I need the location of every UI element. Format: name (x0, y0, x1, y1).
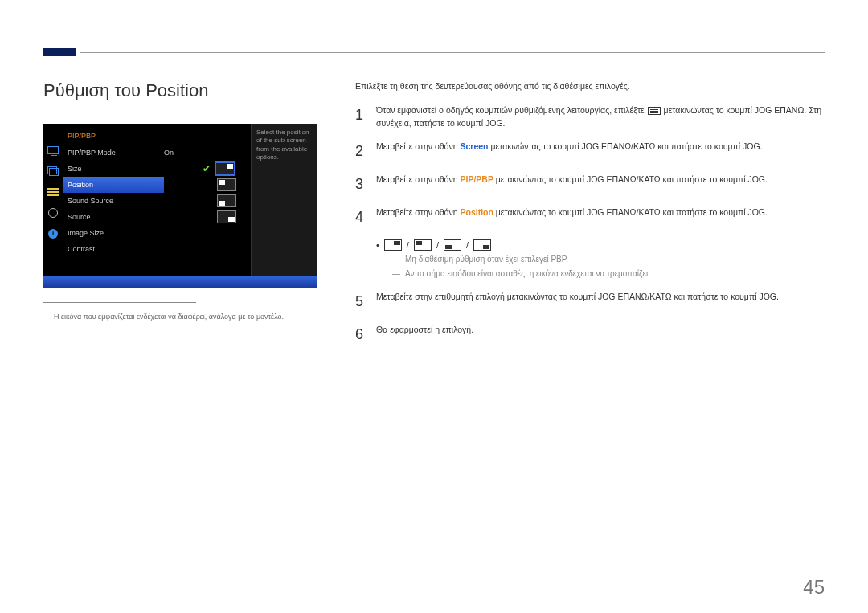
step-body: Μεταβείτε στην οθόνη PIP/PBP μετακινώντα… (376, 174, 768, 195)
osd-item-label: Source (68, 213, 91, 221)
osd-item-source[interactable]: Source (68, 209, 164, 225)
step-number: 1 (355, 104, 366, 130)
osd-item-label: Sound Source (68, 197, 113, 205)
intro-text: Επιλέξτε τη θέση της δευτερεύουσας οθόνη… (355, 80, 825, 93)
position-option-bottom-left[interactable] (217, 194, 236, 207)
page-title: Ρύθμιση του Position (43, 80, 317, 101)
step-3: 3 Μεταβείτε στην οθόνη PIP/PBP μετακινών… (355, 174, 825, 195)
osd-item-position[interactable]: Position (63, 177, 164, 193)
step-5: 5 Μεταβείτε στην επιθυμητή επιλογή μετακ… (355, 291, 825, 313)
osd-bottom-bar (43, 276, 317, 288)
position-option-bottom-right[interactable] (217, 210, 236, 223)
left-footnote: ― Η εικόνα που εμφανίζεται ενδέχεται να … (43, 313, 317, 321)
step-text: Μεταβείτε στην οθόνη (376, 174, 460, 184)
osd-tab-screen-icon[interactable] (46, 166, 60, 177)
step-text: Όταν εμφανιστεί ο οδηγός κουμπιών ρυθμιζ… (376, 105, 647, 115)
step-number: 4 (355, 206, 366, 228)
osd-tab-picture-icon[interactable] (46, 145, 60, 156)
highlight-position: Position (460, 207, 493, 217)
osd-item-label: Position (68, 181, 93, 189)
footnote-rule (43, 302, 196, 303)
osd-position-thumbs: ✔ (203, 124, 251, 288)
dash-icon: ― (392, 254, 400, 265)
pos-icon-bottom-right (473, 239, 491, 251)
osd-item-image-size[interactable]: Image Size (68, 225, 164, 241)
subnote-text: Μη διαθέσιμη ρύθμιση όταν έχει επιλεγεί … (405, 254, 568, 265)
subnote-1: ― Μη διαθέσιμη ρύθμιση όταν έχει επιλεγε… (392, 254, 825, 265)
step-body: Όταν εμφανιστεί ο οδηγός κουμπιών ρυθμιζ… (376, 104, 825, 130)
osd-values: On (164, 124, 203, 288)
step-number: 3 (355, 174, 366, 195)
pos-icon-top-left (414, 239, 432, 251)
subnote-2: ― Αν το σήμα εισόδου είναι ασταθές, η ει… (392, 268, 825, 280)
osd-sidebar: i (43, 124, 63, 288)
step-6: 6 Θα εφαρμοστεί η επιλογή. (355, 324, 825, 345)
step-number: 6 (355, 324, 366, 345)
step-1: 1 Όταν εμφανιστεί ο οδηγός κουμπιών ρυθμ… (355, 104, 825, 130)
osd-tab-onscreen-icon[interactable] (46, 186, 60, 198)
pos-icon-bottom-left (444, 239, 461, 251)
step-body: Μεταβείτε στην οθόνη Position μετακινώντ… (376, 206, 768, 228)
step-4: 4 Μεταβείτε στην οθόνη Position μετακινώ… (355, 206, 825, 228)
position-option-top-left[interactable] (217, 178, 236, 191)
step-text: μετακινώντας το κουμπί JOG ΕΠΑΝΩ/ΚΑΤΩ κα… (489, 141, 763, 151)
step-text: Μεταβείτε στην οθόνη (376, 141, 460, 151)
footnote-text: Η εικόνα που εμφανίζεται ενδέχεται να δι… (54, 313, 284, 321)
osd-item-size[interactable]: Size (68, 161, 164, 177)
highlight-pippbp: PIP/PBP (460, 174, 493, 184)
osd-category-title: PIP/PBP (68, 129, 164, 145)
menu-icon (648, 107, 661, 115)
step-text: μετακινώντας το κουμπί JOG ΕΠΑΝΩ/ΚΑΤΩ κα… (493, 207, 768, 217)
pos-icon-top-right (384, 239, 402, 251)
osd-item-label: Size (68, 165, 82, 173)
osd-tab-settings-icon[interactable] (46, 207, 60, 219)
position-icons-row: • / / / (376, 239, 825, 251)
check-icon: ✔ (203, 163, 211, 174)
position-option-top-right[interactable] (215, 162, 235, 175)
osd-item-label: PIP/PBP Mode (68, 149, 116, 157)
header-rule (80, 52, 825, 53)
step-text: Μεταβείτε στην οθόνη (376, 207, 460, 217)
header-accent (43, 48, 76, 56)
osd-list: PIP/PBP PIP/PBP Mode Size Position Sound… (63, 124, 164, 288)
highlight-screen: Screen (460, 141, 488, 151)
step-number: 5 (355, 291, 366, 313)
step-body: Μεταβείτε στην οθόνη Screen μετακινώντας… (376, 141, 763, 162)
dash-icon: ― (392, 268, 400, 280)
dash-icon: ― (43, 313, 51, 321)
osd-item-sound-source[interactable]: Sound Source (68, 193, 164, 209)
bullet-dot: • (376, 240, 379, 250)
osd-item-mode[interactable]: PIP/PBP Mode (68, 145, 164, 161)
step-text: μετακινώντας το κουμπί JOG ΕΠΑΝΩ/ΚΑΤΩ κα… (493, 174, 768, 184)
sep: / (436, 240, 439, 250)
step-2: 2 Μεταβείτε στην οθόνη Screen μετακινώντ… (355, 141, 825, 162)
osd-item-contrast[interactable]: Contrast (68, 241, 164, 257)
step-number: 2 (355, 141, 366, 162)
sep: / (466, 240, 469, 250)
osd-item-label: Contrast (68, 245, 95, 253)
osd-menu: i PIP/PBP PIP/PBP Mode Size Position Sou… (43, 124, 317, 288)
step-body: Θα εφαρμοστεί η επιλογή. (376, 324, 473, 345)
step-body: Μεταβείτε στην επιθυμητή επιλογή μετακιν… (376, 291, 779, 313)
sep: / (407, 240, 409, 250)
page-number: 45 (803, 576, 825, 599)
osd-tab-info-icon[interactable]: i (46, 228, 60, 239)
osd-help-text: Select the position of the sub-screen fr… (251, 124, 317, 288)
subnote-text: Αν το σήμα εισόδου είναι ασταθές, η εικό… (405, 268, 650, 280)
osd-item-label: Image Size (68, 229, 104, 237)
osd-value-mode: On (164, 149, 174, 157)
